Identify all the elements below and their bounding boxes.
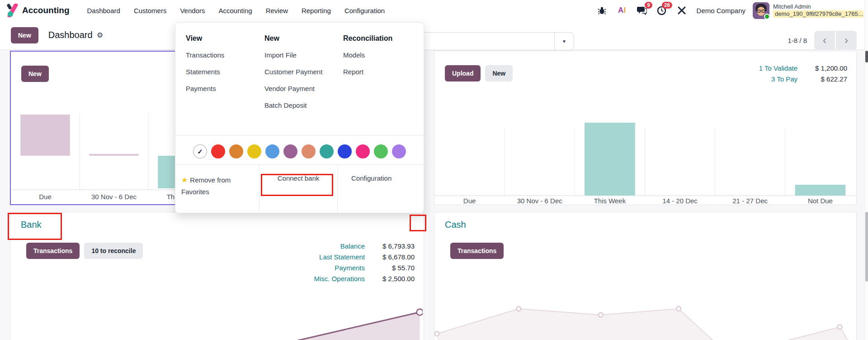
svg-text:21 - 27 Dec: 21 - 27 Dec [732, 197, 768, 205]
menu-item-import-file[interactable]: Import File [264, 50, 332, 60]
swatch-color-7[interactable] [320, 144, 334, 158]
swatch-color-3[interactable] [247, 144, 261, 158]
swatch-color-11[interactable] [392, 144, 406, 158]
bill-forecast-chart: Due30 Nov - 6 DecThis Week14 - 20 Dec21 … [434, 52, 855, 205]
nav-item-reporting[interactable]: Reporting [296, 4, 337, 18]
avatar [753, 2, 769, 19]
svg-text:Due: Due [39, 193, 52, 201]
scrollbar-thumb[interactable] [865, 212, 868, 282]
cash-trend-chart [434, 212, 855, 340]
bank-journal-card: Bank ⋮ Transactions 10 to reconcile Bala… [10, 212, 424, 340]
svg-text:Not Due: Not Due [808, 197, 833, 205]
svg-text:14 - 20 Dec: 14 - 20 Dec [662, 197, 698, 205]
cash-journal-card: Cash Transactions [434, 212, 857, 340]
bank-card-dropdown-menu: ViewTransactionsStatementsPaymentsNewImp… [175, 22, 424, 213]
dropdown-header-reconciliation: Reconciliation [343, 34, 422, 43]
nav-item-vendors[interactable]: Vendors [174, 4, 211, 18]
svg-text:30 Nov - 6 Dec: 30 Nov - 6 Dec [517, 197, 563, 205]
new-button[interactable]: New [11, 27, 38, 43]
swatch-color-10[interactable] [374, 144, 388, 158]
search-dropdown-toggle[interactable]: ▼ [554, 33, 574, 50]
nav-menus: DashboardCustomersVendorsAccountingRevie… [81, 4, 391, 18]
nav-item-customers[interactable]: Customers [128, 4, 173, 18]
swatch-color-1[interactable] [211, 144, 225, 158]
menu-item-payments[interactable]: Payments [186, 84, 254, 94]
menu-item-customer-payment[interactable]: Customer Payment [264, 67, 332, 77]
swatch-color-5[interactable] [283, 144, 297, 158]
online-status-dot [764, 14, 769, 19]
menu-item-vendor-payment[interactable]: Vendor Payment [264, 84, 332, 94]
nav-item-configuration[interactable]: Configuration [339, 4, 391, 18]
svg-text:This Week: This Week [594, 197, 626, 205]
accounting-app-icon [6, 4, 18, 17]
app-name: Accounting [22, 5, 70, 15]
page-title: Dashboard [48, 30, 93, 40]
nav-item-review[interactable]: Review [260, 4, 294, 18]
swatch-color-9[interactable] [356, 144, 370, 158]
bank-balance-chart [10, 212, 423, 340]
pager: 1-8 / 8 ‹ › [788, 31, 857, 50]
svg-text:30 Nov - 6 Dec: 30 Nov - 6 Dec [91, 193, 137, 201]
pager-range: 1-8 / 8 [788, 37, 807, 44]
gear-icon[interactable]: ⚙ [97, 31, 103, 39]
nav-item-dashboard[interactable]: Dashboard [81, 4, 126, 18]
dropdown-columns: ViewTransactionsStatementsPaymentsNewImp… [175, 23, 424, 117]
menu-item-batch-deposit[interactable]: Batch Deposit [264, 101, 332, 110]
nav-item-accounting[interactable]: Accounting [212, 4, 258, 18]
activities-clock-icon[interactable]: 28 [654, 4, 670, 17]
ai-icon[interactable]: AI [614, 4, 630, 17]
menu-item-models[interactable]: Models [343, 50, 411, 60]
scrollbar-thumb[interactable] [865, 51, 868, 62]
pager-next-button[interactable]: › [836, 31, 857, 50]
odoo-accounting-dashboard: Accounting DashboardCustomersVendorsAcco… [0, 0, 868, 340]
svg-text:Due: Due [463, 197, 476, 205]
database-name: demo_190_9f6f27979c8e_1765… [773, 10, 863, 18]
color-swatch-row: ✓ [175, 144, 424, 158]
messages-icon[interactable]: 9 [634, 4, 650, 17]
swatch-none-check[interactable]: ✓ [193, 144, 207, 158]
swatch-color-6[interactable] [302, 144, 316, 158]
dashboard-content: New Due30 Nov - 6 DecThis Week14 - 20 De… [0, 50, 868, 340]
top-navbar: Accounting DashboardCustomersVendorsAcco… [0, 0, 868, 21]
dropdown-column-reconciliation: ReconciliationModelsReport [343, 34, 422, 117]
dropdown-divider [175, 135, 424, 135]
activities-badge: 28 [662, 2, 672, 9]
dropdown-column-view: ViewTransactionsStatementsPayments [186, 34, 264, 117]
app-switcher[interactable]: Accounting [6, 4, 70, 17]
connect-bank-item[interactable]: Connect bank [259, 164, 337, 213]
dropdown-column-new: NewImport FileCustomer PaymentVendor Pay… [264, 34, 343, 117]
user-menu[interactable]: Mitchell Admin demo_190_9f6f27979c8e_176… [753, 2, 863, 19]
tools-icon[interactable] [674, 4, 689, 17]
control-bar: New Dashboard ⚙ ▼ 1-8 / 8 ‹ › [0, 21, 868, 50]
favorite-star-icon: ★ [181, 176, 188, 184]
navbar-right: AI 9 28 Demo Company [594, 2, 863, 19]
dropdown-header-new: New [264, 34, 343, 43]
configuration-item[interactable]: Configuration [337, 164, 424, 213]
messages-badge: 9 [645, 2, 652, 9]
swatch-color-2[interactable] [229, 144, 243, 158]
vendor-bills-card: Upload New 1 To Validate$ 1,200.003 To P… [434, 51, 857, 205]
debug-bug-icon[interactable] [594, 4, 610, 17]
swatch-color-8[interactable] [338, 144, 352, 158]
vertical-scrollbar[interactable] [864, 0, 868, 340]
user-name: Mitchell Admin [773, 3, 863, 10]
menu-item-transactions[interactable]: Transactions [186, 50, 254, 60]
dropdown-header-view: View [186, 34, 264, 43]
company-selector[interactable]: Demo Company [694, 7, 748, 14]
remove-from-favorites-item[interactable]: ★Remove from Favorites [175, 164, 259, 213]
swatch-color-4[interactable] [265, 144, 279, 158]
menu-item-statements[interactable]: Statements [186, 67, 254, 77]
menu-item-report[interactable]: Report [343, 67, 411, 77]
pager-previous-button[interactable]: ‹ [814, 31, 835, 50]
